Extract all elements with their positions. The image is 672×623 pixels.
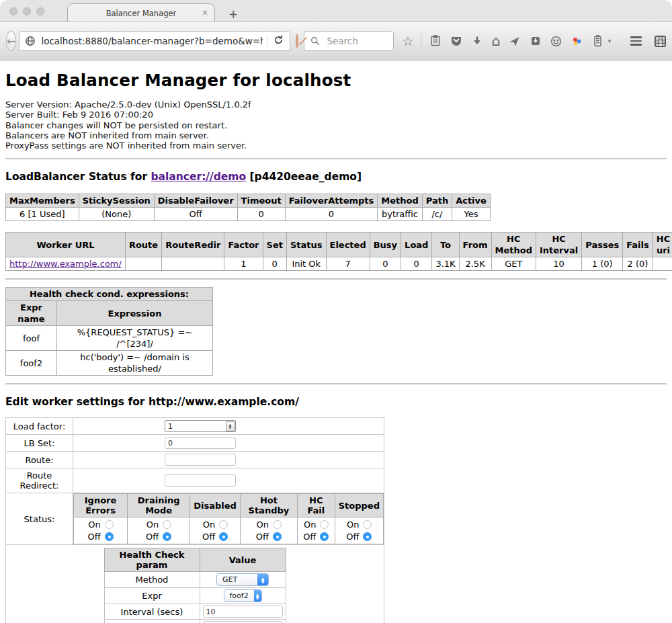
expression-cell: %{REQUEST_STATUS} =~ /^[234]/ [57, 326, 213, 351]
interval-input[interactable] [203, 606, 283, 618]
worker-url-cell: http://www.example.com/ [6, 257, 126, 271]
back-button[interactable]: ← [6, 31, 16, 51]
hc-passes-row: Passes trigger [104, 620, 286, 623]
search-box[interactable] [304, 31, 394, 51]
table-header-row: MaxMembers StickySession DisableFailover… [6, 194, 491, 208]
on-label: On [146, 520, 159, 530]
colored-dots-extension-icon[interactable] [571, 34, 584, 48]
header-cell: Status [286, 233, 326, 257]
reading-list-icon[interactable] [429, 34, 442, 48]
device-battery-icon[interactable] [591, 34, 605, 48]
send-icon[interactable] [508, 34, 521, 48]
data-cell: bytraffic [378, 208, 422, 221]
window-controls[interactable] [9, 7, 44, 15]
off-label: Off [256, 532, 269, 542]
header-cell: MaxMembers [6, 194, 79, 208]
search-input[interactable] [325, 35, 389, 47]
data-cell: 0 [285, 208, 378, 221]
radio-stopped-on[interactable] [363, 520, 372, 529]
close-window-button[interactable] [9, 7, 17, 15]
pocket-icon[interactable] [450, 34, 463, 48]
table-row: foof %{REQUEST_STATUS} =~ /^[234]/ [6, 326, 213, 351]
reload-button[interactable] [271, 35, 286, 48]
health-check-param-table: Health Check param Value Method GET ▲▼ [104, 548, 286, 623]
header-cell: Route [125, 233, 161, 257]
route-redirect-label: Route Redirect: [6, 468, 73, 493]
url-bar[interactable]: localhost:8880/balancer-manager?b=demo&w… [19, 31, 290, 51]
on-label: On [303, 520, 316, 530]
header-cell: Set [263, 233, 286, 257]
radio-ignore-errors-off[interactable] [105, 532, 114, 541]
zoom-window-button[interactable] [36, 7, 44, 15]
header-cell: Ignore Errors [74, 494, 128, 517]
balancer-demo-link[interactable]: balancer://demo [151, 171, 246, 183]
page-title: Load Balancer Manager for localhost [5, 71, 667, 90]
header-cell: To [432, 233, 459, 257]
blocked-content-icon[interactable] [296, 34, 298, 48]
lb-set-label: LB Set: [6, 435, 73, 452]
bookmark-star-icon[interactable]: ☆ [402, 34, 413, 48]
route-redirect-input[interactable] [165, 474, 236, 487]
header-cell: Path [422, 194, 452, 208]
radio-draining-mode-off[interactable] [163, 532, 171, 541]
method-select[interactable]: GET ▲▼ [216, 573, 269, 586]
header-cell: Factor [224, 233, 263, 257]
header-cell: Draining Mode [128, 494, 190, 517]
number-stepper-icon[interactable]: ▲▼ [226, 421, 235, 431]
tiles-grid-icon[interactable] [653, 34, 667, 48]
expression-cell: hc('body') =~ /domain is established/ [57, 351, 213, 376]
notice-line: Balancer changes will NOT be persisted o… [5, 120, 667, 130]
menu-icon[interactable] [630, 36, 642, 46]
radio-hc-fail-off[interactable] [320, 532, 329, 541]
radio-disabled-off[interactable] [219, 532, 228, 541]
lb-set-input[interactable] [165, 437, 236, 449]
header-cell: DisableFailover [154, 194, 237, 208]
data-cell: 3.1K [432, 257, 459, 271]
downloads-icon[interactable] [470, 34, 484, 48]
load-factor-input[interactable]: 1 ▲▼ [165, 420, 236, 432]
minimize-window-button[interactable] [23, 7, 31, 15]
url-text[interactable]: localhost:8880/balancer-manager?b=demo&w… [41, 36, 263, 46]
off-label: Off [202, 532, 215, 542]
new-tab-button[interactable]: + [224, 7, 242, 21]
expr-select-value: foof2 [230, 591, 254, 600]
table-row: foof2 hc('body') =~ /domain is establish… [6, 351, 213, 376]
data-cell [653, 257, 672, 271]
data-cell: 7 [326, 257, 370, 271]
header-cell: RouteRedir [162, 233, 224, 257]
header-cell: Elected [326, 233, 370, 257]
radio-hot-standby-on[interactable] [273, 520, 282, 529]
home-icon[interactable]: ⌂ [491, 34, 500, 48]
server-info: Server Version: Apache/2.5.0-dev (Unix) … [5, 99, 667, 151]
hc-expr-table-title: Health check cond. expressions: [6, 288, 213, 301]
data-cell: 10 [536, 257, 581, 271]
divider [5, 278, 667, 280]
balancer-status-table: MaxMembers StickySession DisableFailover… [5, 194, 491, 221]
radio-draining-mode-on[interactable] [163, 520, 171, 529]
header-cell: Passes [582, 233, 623, 257]
data-cell: GET [491, 257, 536, 271]
radio-hot-standby-off[interactable] [273, 532, 282, 541]
header-cell: Timeout [237, 194, 285, 208]
header-cell: Fails [623, 233, 653, 257]
globe-icon [24, 34, 37, 48]
tab-balancer-manager[interactable]: Balancer Manager × [67, 3, 215, 22]
save-to-device-icon[interactable] [529, 34, 542, 48]
tabbar-divider [0, 22, 672, 22]
tab-close-icon[interactable]: × [202, 8, 208, 17]
header-cell: Expression [57, 301, 213, 326]
radio-stopped-off[interactable] [363, 532, 372, 541]
data-cell: 0 [370, 257, 401, 271]
feedback-smiley-icon[interactable] [550, 34, 563, 48]
radio-disabled-on[interactable] [219, 520, 228, 529]
form-row-status: Status: Ignore Errors Draining Mode Disa… [6, 493, 384, 545]
interval-label: Interval (secs) [104, 604, 200, 620]
worker-url-link[interactable]: http://www.example.com/ [9, 259, 122, 269]
radio-hc-fail-on[interactable] [320, 520, 329, 529]
route-input[interactable] [165, 454, 236, 466]
toolbar-separator [421, 34, 421, 48]
expr-select[interactable]: foof2 ▲▼ [224, 589, 262, 602]
radio-ignore-errors-on[interactable] [105, 520, 114, 529]
off-label: Off [87, 532, 100, 542]
chevron-down-icon[interactable]: ▾ [608, 38, 612, 44]
